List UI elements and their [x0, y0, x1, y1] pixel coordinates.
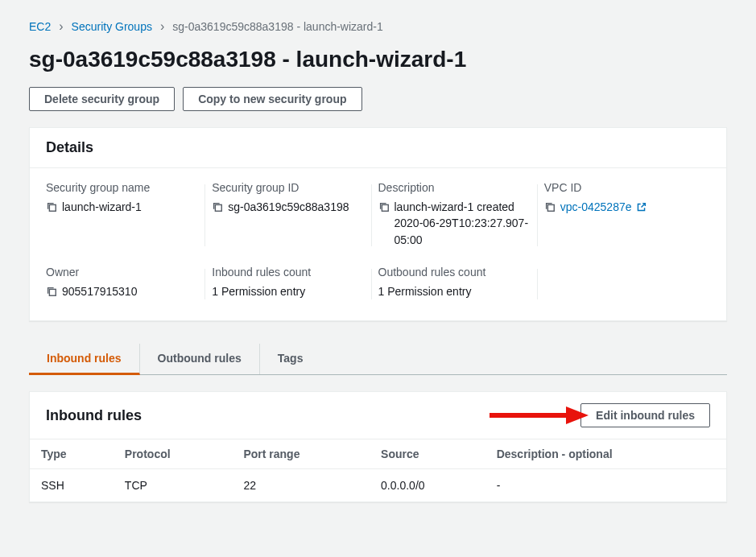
- detail-outbound-count: Outbound rules count 1 Permission entry: [378, 266, 544, 319]
- detail-description: Description launch-wizard-1 created 2020…: [378, 181, 544, 266]
- detail-label: Description: [378, 181, 530, 194]
- edit-inbound-rules-button[interactable]: Edit inbound rules: [580, 403, 710, 427]
- external-link-icon: [636, 200, 647, 217]
- copy-icon[interactable]: [46, 285, 57, 301]
- detail-label: Security group name: [46, 181, 197, 194]
- detail-vpc-id: VPC ID vpc-0425287e: [544, 181, 710, 266]
- svg-rect-1: [216, 204, 222, 211]
- copy-icon[interactable]: [212, 200, 223, 217]
- detail-value: launch-wizard-1 created 2020-06-29T10:23…: [395, 199, 530, 248]
- detail-value: 1 Permission entry: [212, 283, 305, 299]
- col-type: Type: [30, 439, 114, 469]
- breadcrumb-security-groups[interactable]: Security Groups: [72, 20, 152, 33]
- detail-value: 905517915310: [62, 283, 137, 299]
- detail-value: 1 Permission entry: [378, 283, 472, 299]
- col-description: Description - optional: [485, 439, 726, 469]
- col-port-range: Port range: [232, 439, 370, 469]
- vpc-link[interactable]: vpc-0425287e: [560, 199, 647, 217]
- detail-owner: Owner 905517915310: [46, 266, 212, 319]
- action-row: Delete security group Copy to new securi…: [29, 87, 727, 111]
- tabs: Inbound rules Outbound rules Tags: [29, 344, 727, 375]
- detail-inbound-count: Inbound rules count 1 Permission entry: [212, 266, 378, 319]
- inbound-rules-heading: Inbound rules: [46, 407, 142, 424]
- detail-value: vpc-0425287e: [560, 200, 632, 213]
- details-header: Details: [30, 128, 726, 168]
- detail-label: VPC ID: [544, 181, 696, 194]
- breadcrumb-ec2[interactable]: EC2: [29, 20, 51, 33]
- inbound-rules-panel: Inbound rules Edit inbound rules Type Pr…: [29, 391, 727, 502]
- detail-value: sg-0a3619c59c88a3198: [228, 199, 349, 215]
- svg-rect-3: [547, 204, 554, 211]
- copy-icon[interactable]: [378, 200, 390, 217]
- chevron-right-icon: ›: [160, 19, 164, 34]
- cell-type: SSH: [30, 469, 114, 502]
- details-panel: Details Security group name launch-wizar…: [29, 127, 727, 321]
- copy-icon[interactable]: [544, 200, 556, 217]
- delete-security-group-button[interactable]: Delete security group: [29, 87, 175, 111]
- col-protocol: Protocol: [114, 439, 233, 469]
- cell-protocol: TCP: [114, 469, 233, 502]
- tab-tags[interactable]: Tags: [260, 344, 321, 374]
- table-row: SSH TCP 22 0.0.0.0/0 -: [30, 469, 726, 502]
- svg-rect-0: [49, 204, 56, 211]
- detail-label: Security group ID: [212, 181, 363, 194]
- svg-rect-2: [382, 204, 388, 211]
- copy-icon[interactable]: [46, 200, 57, 217]
- cell-port-range: 22: [232, 469, 370, 502]
- inbound-rules-table: Type Protocol Port range Source Descript…: [30, 439, 726, 501]
- details-heading: Details: [46, 139, 710, 156]
- chevron-right-icon: ›: [59, 19, 63, 34]
- page-title: sg-0a3619c59c88a3198 - launch-wizard-1: [29, 47, 727, 72]
- breadcrumb-current: sg-0a3619c59c88a3198 - launch-wizard-1: [172, 20, 383, 33]
- svg-rect-4: [49, 289, 56, 295]
- cell-description: -: [485, 469, 726, 502]
- tab-outbound-rules[interactable]: Outbound rules: [140, 344, 260, 374]
- detail-sg-name: Security group name launch-wizard-1: [46, 181, 212, 266]
- detail-label: Inbound rules count: [212, 266, 363, 278]
- breadcrumb: EC2 › Security Groups › sg-0a3619c59c88a…: [29, 19, 727, 34]
- col-source: Source: [370, 439, 485, 469]
- cell-source: 0.0.0.0/0: [370, 469, 485, 502]
- detail-label: Owner: [46, 266, 197, 278]
- detail-empty: [544, 266, 710, 319]
- detail-label: Outbound rules count: [378, 266, 530, 278]
- copy-to-new-security-group-button[interactable]: Copy to new security group: [183, 87, 361, 111]
- detail-sg-id: Security group ID sg-0a3619c59c88a3198: [212, 181, 378, 266]
- detail-value: launch-wizard-1: [62, 199, 142, 215]
- tab-inbound-rules[interactable]: Inbound rules: [29, 344, 140, 375]
